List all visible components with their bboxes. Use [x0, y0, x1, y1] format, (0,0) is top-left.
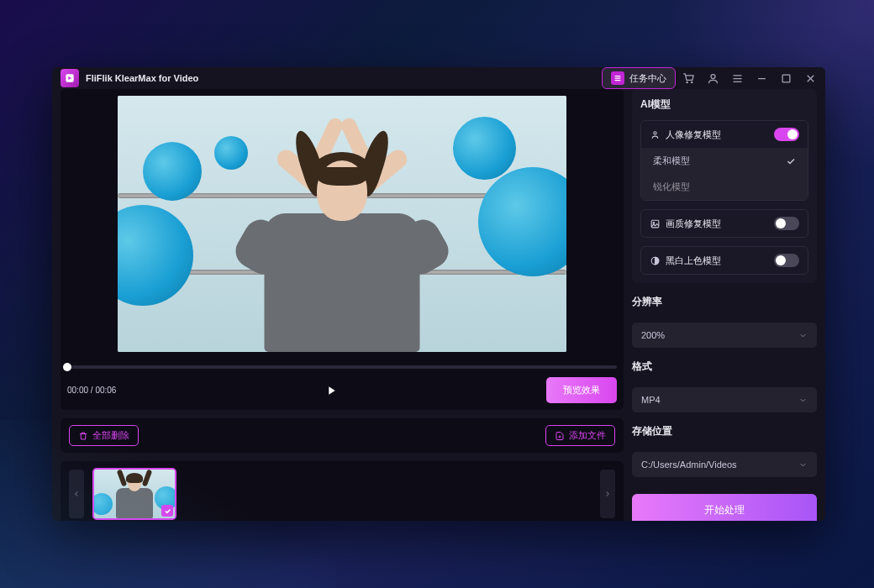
quality-model-row: 画质修复模型	[640, 209, 808, 238]
storage-select[interactable]: C:/Users/Admin/Videos	[632, 452, 817, 477]
video-frame	[118, 96, 566, 352]
progress-thumb[interactable]	[63, 363, 71, 371]
delete-all-label: 全部删除	[92, 429, 129, 442]
app-window: FliFlik KlearMax for Video 任务中心	[52, 67, 825, 521]
person-icon	[650, 129, 661, 140]
app-body: 00:00 / 00:06 预览效果 全部删除 添加文件	[52, 89, 825, 521]
time-label: 00:00 / 00:06	[67, 386, 116, 395]
app-logo	[61, 69, 79, 87]
thumb-selected-check-icon	[161, 505, 173, 517]
storage-value: C:/Users/Admin/Videos	[641, 459, 798, 470]
menu-icon[interactable]	[731, 72, 744, 85]
chevron-down-icon	[798, 460, 808, 470]
thumb-next-button[interactable]	[600, 470, 615, 518]
resolution-label: 分辨率	[632, 295, 817, 309]
svg-rect-2	[782, 75, 790, 82]
task-list-icon	[611, 71, 624, 85]
thumbnail-bar	[61, 461, 624, 521]
image-icon	[650, 218, 661, 229]
format-select[interactable]: MP4	[632, 387, 817, 412]
cart-icon[interactable]	[682, 72, 695, 85]
svg-point-3	[654, 131, 656, 134]
video-progress-bar[interactable]	[67, 365, 617, 369]
check-icon	[786, 156, 796, 166]
video-preview	[61, 89, 624, 359]
submodel-sharp[interactable]: 锐化模型	[641, 174, 808, 200]
portrait-model-header: 人像修复模型	[641, 121, 808, 148]
svg-rect-4	[651, 220, 659, 228]
quality-toggle[interactable]	[774, 217, 799, 230]
svg-point-5	[653, 222, 655, 223]
ai-model-title: AI模型	[640, 97, 808, 112]
chevron-down-icon	[798, 331, 808, 340]
colorize-model-row: 黑白上色模型	[640, 246, 808, 275]
add-file-button[interactable]: 添加文件	[545, 425, 615, 446]
play-button[interactable]	[116, 384, 546, 397]
colorize-model-label: 黑白上色模型	[666, 255, 769, 267]
portrait-submodels: 柔和模型 锐化模型	[641, 148, 808, 200]
right-panel: AI模型 人像修复模型 柔和模型 锐化模型	[632, 89, 817, 521]
quality-model-label: 画质修复模型	[666, 218, 769, 230]
file-action-bar: 全部删除 添加文件	[61, 418, 624, 453]
video-player-area: 00:00 / 00:06 预览效果	[61, 89, 624, 410]
delete-all-button[interactable]: 全部删除	[69, 425, 139, 446]
task-center-label: 任务中心	[629, 72, 666, 85]
svg-point-1	[711, 74, 715, 78]
app-title: FliFlik KlearMax for Video	[86, 73, 198, 83]
title-bar: FliFlik KlearMax for Video 任务中心	[52, 67, 825, 89]
resolution-select[interactable]: 200%	[632, 323, 817, 348]
colorize-toggle[interactable]	[774, 254, 799, 267]
window-controls	[682, 72, 817, 85]
maximize-icon[interactable]	[780, 72, 792, 85]
video-thumbnail[interactable]	[92, 468, 176, 520]
add-file-label: 添加文件	[569, 429, 606, 442]
left-panel: 00:00 / 00:06 预览效果 全部删除 添加文件	[61, 89, 624, 521]
user-icon[interactable]	[707, 72, 719, 85]
task-center-button[interactable]: 任务中心	[602, 67, 676, 89]
format-label: 格式	[632, 360, 817, 374]
chevron-down-icon	[798, 396, 808, 405]
resolution-value: 200%	[641, 330, 798, 340]
ai-model-panel: AI模型 人像修复模型 柔和模型 锐化模型	[632, 89, 817, 283]
player-controls: 00:00 / 00:06 预览效果	[61, 369, 624, 403]
minimize-icon[interactable]	[756, 72, 768, 85]
start-process-button[interactable]: 开始处理	[632, 494, 817, 521]
thumb-prev-button[interactable]	[69, 470, 84, 518]
portrait-model-section: 人像修复模型 柔和模型 锐化模型	[640, 120, 808, 201]
contrast-icon	[650, 255, 661, 266]
portrait-model-label: 人像修复模型	[666, 129, 769, 141]
portrait-toggle[interactable]	[774, 128, 799, 141]
format-value: MP4	[641, 395, 798, 405]
submodel-soft[interactable]: 柔和模型	[641, 148, 808, 174]
preview-effect-button[interactable]: 预览效果	[546, 377, 617, 403]
storage-label: 存储位置	[632, 424, 817, 438]
close-icon[interactable]	[804, 72, 817, 85]
